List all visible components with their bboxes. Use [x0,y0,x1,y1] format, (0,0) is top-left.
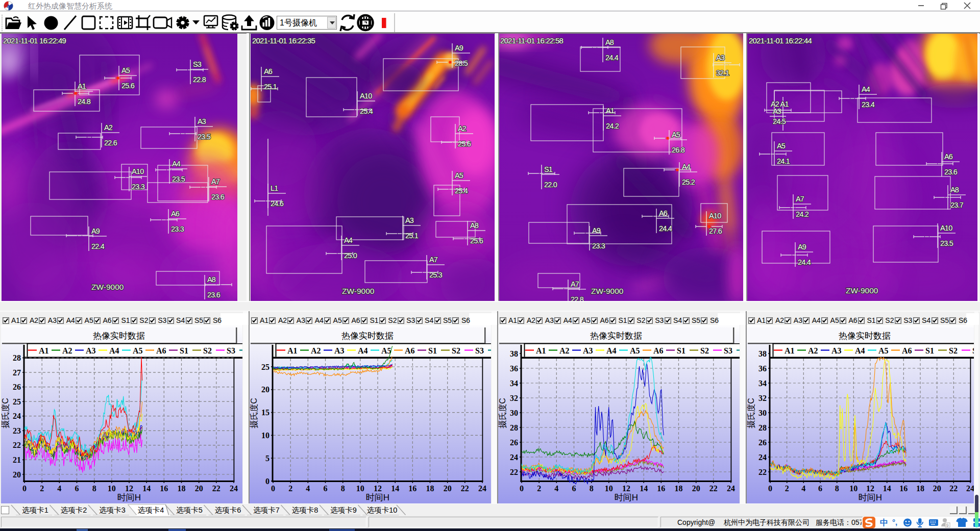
svg-text:28: 28 [510,423,518,432]
svg-text:22.8: 22.8 [571,295,584,301]
svg-text:摄氏度C: 摄氏度C [250,398,258,428]
svg-text:20: 20 [692,484,700,493]
svg-text:8: 8 [835,484,839,493]
svg-text:A1: A1 [536,346,546,355]
svg-text:选项卡3: 选项卡3 [99,506,126,514]
svg-text:A6: A6 [902,346,912,355]
svg-text:23.6: 23.6 [944,168,958,176]
svg-text:6: 6 [818,484,822,493]
svg-text:A5: A5 [672,131,680,139]
svg-text:22.0: 22.0 [544,181,557,189]
svg-text:22: 22 [709,484,718,493]
svg-text:27.6: 27.6 [709,227,722,235]
svg-text:A10: A10 [132,167,144,175]
svg-text:28: 28 [758,423,767,432]
svg-text:A1: A1 [606,107,615,115]
svg-text:8: 8 [92,484,96,493]
svg-text:24.4: 24.4 [605,54,619,62]
svg-text:S2: S2 [452,346,460,355]
svg-text:A2: A2 [458,124,467,133]
svg-text:中: 中 [880,518,888,527]
svg-text:A9: A9 [91,227,100,235]
svg-text:ZW-9000: ZW-9000 [846,286,878,295]
svg-text:选项卡1: 选项卡1 [22,506,48,514]
svg-text:14: 14 [640,484,648,493]
svg-text:10: 10 [605,484,613,493]
svg-text:25.6: 25.6 [458,140,471,148]
svg-text:A7: A7 [429,256,438,264]
svg-text:A1: A1 [78,82,86,90]
svg-text:14: 14 [883,484,891,493]
svg-text:24.4: 24.4 [798,258,811,266]
svg-text:8: 8 [341,484,345,493]
svg-text:22: 22 [758,468,767,476]
svg-text:A1: A1 [287,346,298,355]
svg-text:32.1: 32.1 [716,69,729,77]
svg-text:38: 38 [510,349,518,358]
svg-text:34: 34 [758,379,767,388]
svg-text:A1: A1 [39,346,49,355]
svg-text:ZW-9000: ZW-9000 [342,287,375,295]
svg-text:0: 0 [768,484,772,493]
svg-text:选项卡4: 选项卡4 [138,506,164,514]
svg-text:A4: A4 [109,346,119,355]
svg-text:A7: A7 [211,178,220,186]
svg-text:24.2: 24.2 [606,122,619,130]
svg-text:A2: A2 [559,346,570,355]
svg-text:2: 2 [40,484,44,493]
svg-text:A3: A3 [86,346,96,355]
svg-text:25: 25 [13,397,21,406]
svg-text:18: 18 [916,484,924,493]
svg-text:A3: A3 [583,346,593,355]
svg-text:A7: A7 [571,280,579,288]
svg-text:A2: A2 [808,346,818,355]
svg-text:16: 16 [408,484,416,493]
svg-text:15: 15 [261,408,270,417]
svg-text:S1: S1 [428,346,437,355]
svg-text:12: 12 [622,484,630,493]
svg-text:A8: A8 [950,186,959,194]
svg-text:16: 16 [899,484,908,493]
svg-text:A3: A3 [334,346,345,355]
svg-text:24: 24 [758,453,767,462]
svg-text:12: 12 [125,484,133,493]
svg-text:23.5: 23.5 [172,175,185,183]
svg-text:10: 10 [356,484,364,493]
svg-text:4: 4 [306,484,310,493]
svg-text:24.1: 24.1 [777,157,790,165]
svg-text:S2: S2 [700,346,709,355]
svg-text:26.8: 26.8 [672,146,685,154]
svg-text:选项卡9: 选项卡9 [330,506,357,514]
svg-text:16: 16 [657,484,665,493]
svg-text:20: 20 [261,385,270,394]
svg-text:A4: A4 [172,160,181,168]
svg-text:A6: A6 [653,346,664,355]
svg-text:0: 0 [265,477,270,486]
svg-text:22: 22 [510,468,518,476]
svg-text:20: 20 [444,484,452,493]
svg-text:0: 0 [22,484,27,493]
svg-text:20: 20 [13,470,21,479]
svg-text:24.5: 24.5 [773,117,786,125]
svg-text:2: 2 [537,484,541,493]
svg-text:6: 6 [75,484,79,493]
svg-text:23.4: 23.4 [862,100,875,109]
svg-text:2021-11-01 16:22:35: 2021-11-01 16:22:35 [252,36,315,45]
svg-text:25.2: 25.2 [682,178,695,186]
svg-text:25.6: 25.6 [121,82,135,90]
svg-text:Z: Z [7,4,10,9]
svg-text:摄氏度C: 摄氏度C [498,398,507,428]
svg-text:4: 4 [57,484,61,493]
svg-text:A1: A1 [785,346,795,355]
svg-text:25: 25 [261,363,270,371]
svg-text:24: 24 [727,484,735,493]
svg-text:20: 20 [933,484,941,493]
svg-text:26: 26 [510,438,518,447]
svg-text:25.1: 25.1 [405,232,419,240]
svg-text:4: 4 [554,484,558,493]
svg-text:34: 34 [510,379,518,388]
svg-text:24: 24 [13,412,21,420]
svg-text:23.5: 23.5 [198,133,211,141]
svg-text:25.4: 25.4 [360,107,373,115]
svg-text:28: 28 [13,353,21,362]
